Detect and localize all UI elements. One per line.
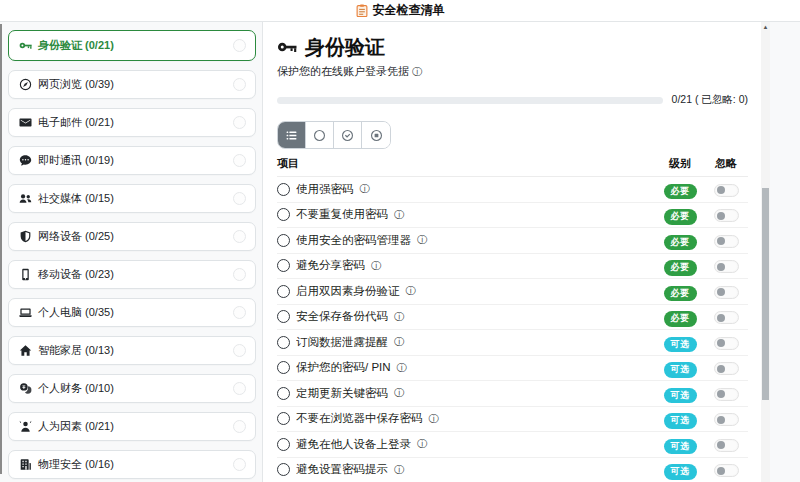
item-checkbox[interactable] — [277, 183, 290, 196]
sidebar-item-label: 个人财务 (0/10) — [38, 381, 114, 396]
item-checkbox[interactable] — [277, 412, 290, 425]
checklist-row[interactable]: 使用强密码 ⓘ 必要 — [277, 177, 748, 203]
circle-filter-button[interactable] — [306, 122, 334, 148]
info-icon[interactable]: ⓘ — [417, 439, 427, 449]
item-checkbox[interactable] — [277, 463, 290, 476]
ignore-toggle[interactable] — [714, 184, 739, 197]
category-progress-circle — [233, 116, 246, 129]
item-checkbox[interactable] — [277, 208, 290, 221]
sidebar-item[interactable]: 人为因素 (0/21) — [8, 412, 256, 441]
sidebar-item[interactable]: 即时通讯 (0/19) — [8, 146, 256, 175]
progress-row: 0/21 ( 已忽略: 0) — [277, 93, 748, 107]
info-icon[interactable]: ⓘ — [417, 235, 427, 245]
info-icon[interactable]: ⓘ — [371, 261, 381, 271]
checklist-row[interactable]: 安全保存备份代码 ⓘ 必要 — [277, 305, 748, 331]
sidebar-item[interactable]: 个人财务 (0/10) — [8, 374, 256, 403]
sidebar-item[interactable]: 移动设备 (0/23) — [8, 260, 256, 289]
sidebar-item-label: 个人电脑 (0/35) — [38, 305, 114, 320]
checklist-table: 项目 级别 忽略 使用强密码 ⓘ 必要 不要重复使用密码 ⓘ 必要 — [277, 159, 748, 482]
sidebar-item[interactable]: 身份验证 (0/21) — [8, 30, 256, 61]
section-header: 身份验证 — [277, 36, 748, 58]
info-icon[interactable]: ⓘ — [406, 286, 416, 296]
checklist-row[interactable]: 订阅数据泄露提醒 ⓘ 可选 — [277, 330, 748, 356]
sidebar-item[interactable]: 网页浏览 (0/39) — [8, 70, 256, 99]
sidebar-scrollbar[interactable] — [0, 24, 2, 474]
item-checkbox[interactable] — [277, 387, 290, 400]
item-checkbox[interactable] — [277, 361, 290, 374]
sidebar-item-label: 社交媒体 (0/15) — [38, 191, 114, 206]
info-icon[interactable]: ⓘ — [394, 465, 404, 475]
toggle-knob — [717, 339, 725, 347]
checklist-row[interactable]: 定期更新关键密码 ⓘ 可选 — [277, 381, 748, 407]
info-icon[interactable]: ⓘ — [412, 67, 422, 77]
checklist-row[interactable]: 不要在浏览器中保存密码 ⓘ 可选 — [277, 407, 748, 433]
toggle-knob — [717, 263, 725, 271]
ignore-toggle[interactable] — [714, 209, 739, 222]
list-filter-button[interactable] — [278, 122, 306, 148]
level-badge: 可选 — [664, 337, 697, 353]
scrollbar-up-arrow[interactable]: ▲ — [761, 23, 770, 31]
sidebar-item[interactable]: 网络设备 (0/25) — [8, 222, 256, 251]
sidebar-item-label: 网络设备 (0/25) — [38, 229, 114, 244]
sidebar-item-label: 网页浏览 (0/39) — [38, 77, 114, 92]
main-scrollbar[interactable]: ▲ — [761, 22, 770, 482]
info-icon[interactable]: ⓘ — [360, 184, 370, 194]
sidebar-item-label: 移动设备 (0/23) — [38, 267, 114, 282]
info-icon[interactable]: ⓘ — [394, 388, 404, 398]
category-progress-circle — [233, 192, 246, 205]
ignore-toggle[interactable] — [714, 413, 739, 426]
sidebar-item[interactable]: 社交媒体 (0/15) — [8, 184, 256, 213]
ignore-toggle[interactable] — [714, 311, 739, 324]
checklist-row[interactable]: 启用双因素身份验证 ⓘ 必要 — [277, 279, 748, 305]
ignore-toggle[interactable] — [714, 235, 739, 248]
item-checkbox[interactable] — [277, 336, 290, 349]
category-progress-circle — [233, 78, 246, 91]
item-checkbox[interactable] — [277, 438, 290, 451]
level-badge: 可选 — [664, 388, 697, 404]
checklist-row[interactable]: 不要重复使用密码 ⓘ 必要 — [277, 203, 748, 229]
ignore-toggle[interactable] — [714, 286, 739, 299]
info-icon[interactable]: ⓘ — [394, 312, 404, 322]
col-level-header: 级别 — [656, 156, 704, 171]
info-icon[interactable]: ⓘ — [397, 363, 407, 373]
checklist-row[interactable]: 使用安全的密码管理器 ⓘ 必要 — [277, 228, 748, 254]
ignore-toggle[interactable] — [714, 337, 739, 350]
checklist-row[interactable]: 避免在他人设备上登录 ⓘ 可选 — [277, 432, 748, 458]
sidebar-item[interactable]: 物理安全 (0/16) — [8, 450, 256, 479]
item-checkbox[interactable] — [277, 234, 290, 247]
category-progress-circle — [233, 344, 246, 357]
sidebar-item[interactable]: 电子邮件 (0/21) — [8, 108, 256, 137]
stop-circle-filter-button[interactable] — [362, 122, 390, 148]
sidebar-item-label: 电子邮件 (0/21) — [38, 115, 114, 130]
main-panel: 身份验证 保护您的在线账户登录凭据 ⓘ 0/21 ( 已忽略: 0) 项目 级别… — [262, 22, 770, 482]
ignore-toggle[interactable] — [714, 260, 739, 273]
item-checkbox[interactable] — [277, 259, 290, 272]
mobile-icon — [19, 268, 32, 281]
info-icon[interactable]: ⓘ — [429, 414, 439, 424]
ignore-toggle[interactable] — [714, 362, 739, 375]
sidebar-item[interactable]: 智能家居 (0/13) — [8, 336, 256, 365]
scrollbar-thumb[interactable] — [762, 188, 769, 400]
level-badge: 必要 — [664, 184, 697, 200]
key-icon — [277, 37, 297, 57]
check-circle-filter-button[interactable] — [334, 122, 362, 148]
building-icon — [19, 458, 32, 471]
item-checkbox[interactable] — [277, 310, 290, 323]
checklist-row[interactable]: 保护您的密码/ PIN ⓘ 可选 — [277, 356, 748, 382]
ignore-toggle[interactable] — [714, 439, 739, 452]
app-title: 安全检查清单 — [373, 2, 445, 19]
info-icon[interactable]: ⓘ — [394, 337, 404, 347]
item-label: 避免分享密码 — [296, 258, 365, 273]
item-checkbox[interactable] — [277, 285, 290, 298]
checklist-row[interactable]: 避免分享密码 ⓘ 必要 — [277, 254, 748, 280]
sidebar-item[interactable]: 个人电脑 (0/35) — [8, 298, 256, 327]
checklist-row[interactable]: 避免设置密码提示 ⓘ 可选 — [277, 458, 748, 482]
item-label: 定期更新关键密码 — [296, 386, 388, 401]
ignore-toggle[interactable] — [714, 388, 739, 401]
item-label: 避免设置密码提示 — [296, 462, 388, 477]
ignore-toggle[interactable] — [714, 464, 739, 477]
level-badge: 必要 — [664, 286, 697, 302]
info-icon[interactable]: ⓘ — [394, 210, 404, 220]
category-progress-circle — [233, 420, 246, 433]
app-header: 安全检查清单 — [0, 0, 800, 22]
